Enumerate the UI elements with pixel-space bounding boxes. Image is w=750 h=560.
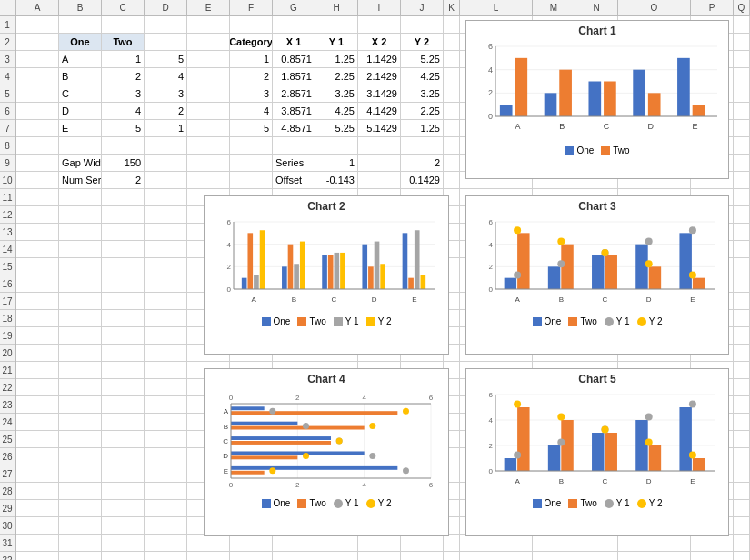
cell[interactable] <box>16 362 59 379</box>
cell[interactable] <box>145 241 187 258</box>
cell[interactable]: 3 <box>145 85 187 103</box>
cell[interactable]: 2 <box>401 155 444 172</box>
cell[interactable] <box>358 172 401 189</box>
cell[interactable] <box>734 224 750 241</box>
cell[interactable]: 4.25 <box>315 103 358 120</box>
cell[interactable] <box>230 137 273 155</box>
cell[interactable] <box>187 552 230 560</box>
cell[interactable] <box>145 500 187 517</box>
cell[interactable]: 5.1429 <box>358 120 401 137</box>
cell[interactable] <box>401 535 444 552</box>
cell[interactable] <box>145 345 187 362</box>
cell[interactable]: 4 <box>230 103 273 120</box>
cell[interactable] <box>59 500 102 517</box>
cell[interactable] <box>145 483 187 500</box>
cell[interactable] <box>444 34 460 51</box>
cell[interactable] <box>102 552 145 560</box>
cell[interactable] <box>145 465 187 483</box>
cell[interactable] <box>315 552 358 560</box>
cell[interactable]: C <box>59 85 102 103</box>
cell[interactable] <box>230 535 273 552</box>
cell[interactable]: X 2 <box>358 34 401 51</box>
cell[interactable]: 2 <box>230 68 273 85</box>
cell[interactable]: 3 <box>230 85 273 103</box>
cell[interactable] <box>734 379 750 396</box>
cell[interactable] <box>734 500 750 517</box>
cell[interactable]: B <box>59 68 102 85</box>
cell[interactable] <box>187 535 230 552</box>
cell[interactable] <box>16 552 59 560</box>
cell[interactable]: 5.25 <box>315 120 358 137</box>
cell[interactable] <box>102 137 145 155</box>
cell[interactable] <box>102 362 145 379</box>
cell[interactable] <box>734 362 750 379</box>
cell[interactable] <box>16 51 59 68</box>
cell[interactable] <box>358 552 401 560</box>
cell[interactable] <box>187 103 230 120</box>
cell[interactable]: 4.8571 <box>273 120 315 137</box>
cell[interactable] <box>358 155 401 172</box>
cell[interactable] <box>145 396 187 414</box>
cell[interactable] <box>145 310 187 327</box>
cell[interactable] <box>187 51 230 68</box>
cell[interactable]: 5 <box>102 120 145 137</box>
cell[interactable]: 1 <box>315 155 358 172</box>
cell[interactable] <box>102 483 145 500</box>
cell[interactable] <box>734 535 750 552</box>
cell[interactable] <box>145 155 187 172</box>
cell[interactable] <box>734 241 750 258</box>
cell[interactable]: One <box>59 34 102 51</box>
cell[interactable] <box>273 535 315 552</box>
cell[interactable] <box>145 34 187 51</box>
cell[interactable] <box>102 379 145 396</box>
cell[interactable] <box>734 396 750 414</box>
cell[interactable] <box>59 414 102 431</box>
cell[interactable] <box>187 120 230 137</box>
cell[interactable] <box>59 206 102 224</box>
cell[interactable]: 4.1429 <box>358 103 401 120</box>
cell[interactable] <box>16 172 59 189</box>
cell[interactable] <box>59 189 102 206</box>
cell[interactable] <box>358 137 401 155</box>
cell[interactable] <box>16 431 59 448</box>
cell[interactable]: Num Series <box>59 172 102 189</box>
cell[interactable] <box>59 379 102 396</box>
cell[interactable] <box>734 448 750 465</box>
cell[interactable] <box>59 293 102 310</box>
cell[interactable] <box>59 448 102 465</box>
cell[interactable] <box>59 241 102 258</box>
cell[interactable]: 1.25 <box>401 120 444 137</box>
cell[interactable] <box>401 552 444 560</box>
cell[interactable] <box>734 51 750 68</box>
cell[interactable]: 150 <box>102 155 145 172</box>
cell[interactable] <box>59 483 102 500</box>
cell[interactable]: Series <box>273 155 315 172</box>
cell[interactable] <box>187 16 230 34</box>
cell[interactable] <box>734 68 750 85</box>
cell[interactable] <box>734 85 750 103</box>
cell[interactable] <box>145 431 187 448</box>
cell[interactable] <box>59 16 102 34</box>
cell[interactable] <box>358 535 401 552</box>
cell[interactable] <box>16 448 59 465</box>
cell[interactable] <box>444 137 460 155</box>
cell[interactable] <box>16 68 59 85</box>
cell[interactable] <box>444 103 460 120</box>
cell[interactable] <box>734 172 750 189</box>
cell[interactable] <box>691 535 734 552</box>
cell[interactable] <box>315 137 358 155</box>
cell[interactable] <box>575 552 618 560</box>
cell[interactable] <box>16 155 59 172</box>
cell[interactable] <box>273 137 315 155</box>
cell[interactable] <box>734 327 750 345</box>
cell[interactable] <box>460 552 533 560</box>
cell[interactable] <box>102 500 145 517</box>
cell[interactable] <box>734 465 750 483</box>
cell[interactable] <box>734 310 750 327</box>
cell[interactable] <box>16 465 59 483</box>
cell[interactable]: 4.25 <box>401 68 444 85</box>
cell[interactable] <box>59 258 102 275</box>
cell[interactable] <box>102 293 145 310</box>
cell[interactable] <box>145 517 187 535</box>
cell[interactable] <box>16 103 59 120</box>
